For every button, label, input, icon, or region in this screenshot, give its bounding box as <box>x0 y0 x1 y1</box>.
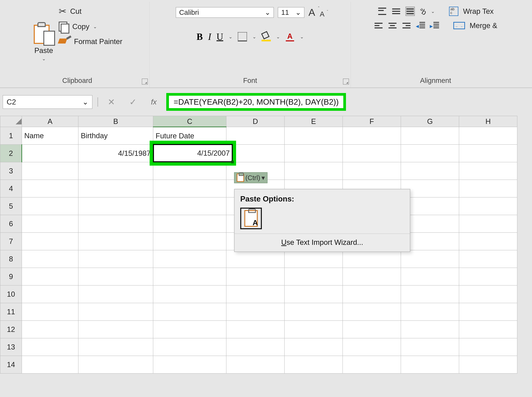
cell-b2[interactable]: 4/15/1987 <box>78 144 153 162</box>
cell-a1[interactable]: Name <box>22 127 78 144</box>
cell-f12[interactable] <box>343 321 401 338</box>
cell-g1[interactable] <box>401 127 459 144</box>
row-header-11[interactable]: 11 <box>0 303 22 321</box>
cell-c5[interactable] <box>153 197 226 215</box>
cell-h14[interactable] <box>459 356 517 373</box>
cell-c9[interactable] <box>153 268 226 285</box>
borders-dropdown[interactable]: ⌄ <box>252 34 256 40</box>
increase-font-size-button[interactable]: Aˆ <box>308 7 315 18</box>
cell-a8[interactable] <box>22 250 78 268</box>
cell-f1[interactable] <box>343 127 401 144</box>
cell-h9[interactable] <box>459 268 517 285</box>
row-header-8[interactable]: 8 <box>0 250 22 268</box>
row-header-6[interactable]: 6 <box>0 215 22 233</box>
copy-dropdown[interactable]: ⌄ <box>93 24 97 29</box>
cell-f11[interactable] <box>343 303 401 321</box>
bold-button[interactable]: B <box>196 31 203 42</box>
col-header-d[interactable]: D <box>226 116 285 127</box>
cell-a13[interactable] <box>22 338 78 356</box>
cell-e3[interactable] <box>285 162 343 180</box>
col-header-e[interactable]: E <box>285 116 343 127</box>
cell-b8[interactable] <box>78 250 153 268</box>
cell-b1[interactable]: Birthday <box>78 127 153 144</box>
cell-d10[interactable] <box>226 285 285 303</box>
font-color-button[interactable]: A <box>285 32 295 41</box>
paste-button[interactable]: Paste ⌄ <box>32 2 55 62</box>
cell-b7[interactable] <box>78 233 153 250</box>
font-color-dropdown[interactable]: ⌄ <box>300 34 304 40</box>
align-bottom-button[interactable] <box>405 7 415 16</box>
select-all-corner[interactable] <box>0 116 22 127</box>
insert-function-button[interactable]: fx <box>146 98 161 106</box>
align-center-button[interactable] <box>388 21 397 30</box>
cell-c14[interactable] <box>153 356 226 373</box>
cell-e10[interactable] <box>285 285 343 303</box>
paste-dropdown[interactable]: ⌄ <box>42 56 46 62</box>
cell-a6[interactable] <box>22 215 78 233</box>
name-box[interactable]: C2 ⌄ <box>3 95 92 109</box>
cell-d8[interactable] <box>226 250 285 268</box>
font-dialog-launcher[interactable] <box>343 79 349 85</box>
cell-f10[interactable] <box>343 285 401 303</box>
cell-e12[interactable] <box>285 321 343 338</box>
cut-button[interactable]: ✂ Cut <box>59 6 122 17</box>
wrap-text-button[interactable]: Wrap Tex <box>463 7 494 15</box>
col-header-h[interactable]: H <box>459 116 517 127</box>
merge-center-button[interactable]: Merge & <box>470 21 497 30</box>
cell-g2[interactable] <box>401 144 459 162</box>
cell-b12[interactable] <box>78 321 153 338</box>
cell-c11[interactable] <box>153 303 226 321</box>
font-size-select[interactable]: 11 ⌄ <box>278 7 304 18</box>
fill-handle[interactable] <box>231 161 234 163</box>
cell-c10[interactable] <box>153 285 226 303</box>
cell-a5[interactable] <box>22 197 78 215</box>
cell-b11[interactable] <box>78 303 153 321</box>
cell-d14[interactable] <box>226 356 285 373</box>
cell-b5[interactable] <box>78 197 153 215</box>
format-painter-button[interactable]: Format Painter <box>59 37 122 47</box>
cell-f2[interactable] <box>343 144 401 162</box>
row-header-3[interactable]: 3 <box>0 162 22 180</box>
align-top-button[interactable] <box>378 7 387 16</box>
cell-f8[interactable] <box>343 250 401 268</box>
cell-d11[interactable] <box>226 303 285 321</box>
italic-button[interactable]: I <box>208 31 211 42</box>
row-header-1[interactable]: 1 <box>0 127 22 144</box>
row-header-5[interactable]: 5 <box>0 197 22 215</box>
cell-g8[interactable] <box>401 250 459 268</box>
cell-f9[interactable] <box>343 268 401 285</box>
cell-e2[interactable] <box>285 144 343 162</box>
cell-h12[interactable] <box>459 321 517 338</box>
col-header-a[interactable]: A <box>22 116 78 127</box>
decrease-indent-button[interactable]: ◀ <box>416 21 425 30</box>
underline-dropdown[interactable]: ⌄ <box>228 34 232 40</box>
row-header-7[interactable]: 7 <box>0 233 22 250</box>
cell-f3[interactable] <box>343 162 401 180</box>
cell-e1[interactable] <box>285 127 343 144</box>
decrease-font-size-button[interactable]: Aˇ <box>320 10 324 18</box>
cell-c8[interactable] <box>153 250 226 268</box>
row-header-2[interactable]: 2 <box>0 144 22 162</box>
underline-button[interactable]: U <box>216 31 223 42</box>
text-import-wizard-item[interactable]: Use Text Import Wizard... <box>240 238 404 247</box>
orientation-dropdown[interactable]: ⌄ <box>431 9 435 14</box>
row-header-9[interactable]: 9 <box>0 268 22 285</box>
cell-a11[interactable] <box>22 303 78 321</box>
align-right-button[interactable] <box>402 21 411 30</box>
increase-indent-button[interactable]: ▶ <box>430 21 439 30</box>
cell-b9[interactable] <box>78 268 153 285</box>
col-header-g[interactable]: G <box>401 116 459 127</box>
row-header-4[interactable]: 4 <box>0 180 22 197</box>
cell-e8[interactable] <box>285 250 343 268</box>
cell-e13[interactable] <box>285 338 343 356</box>
paste-option-keep-text-only[interactable] <box>240 208 262 229</box>
cell-c12[interactable] <box>153 321 226 338</box>
align-middle-button[interactable] <box>392 7 401 16</box>
cell-f14[interactable] <box>343 356 401 373</box>
cell-g14[interactable] <box>401 356 459 373</box>
cell-g10[interactable] <box>401 285 459 303</box>
cell-b13[interactable] <box>78 338 153 356</box>
orientation-button[interactable]: ᵃb <box>418 6 428 17</box>
paste-options-smarttag[interactable]: (Ctrl) ▾ <box>234 172 267 183</box>
cell-g13[interactable] <box>401 338 459 356</box>
